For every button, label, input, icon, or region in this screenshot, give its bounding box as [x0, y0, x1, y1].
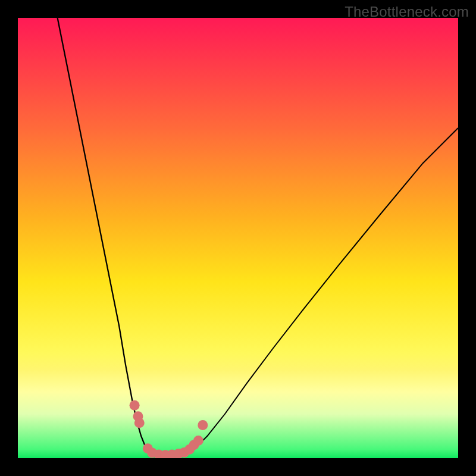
knee-marker	[134, 418, 145, 428]
knee-marker	[193, 436, 203, 446]
curve-right	[185, 128, 458, 456]
curve-left	[58, 18, 155, 456]
watermark-text: TheBottleneck.com	[345, 4, 469, 20]
chart-plot-area	[18, 18, 458, 458]
knee-marker-group	[130, 400, 208, 458]
knee-marker	[198, 420, 208, 430]
knee-marker	[130, 400, 140, 411]
chart-svg	[18, 18, 458, 458]
